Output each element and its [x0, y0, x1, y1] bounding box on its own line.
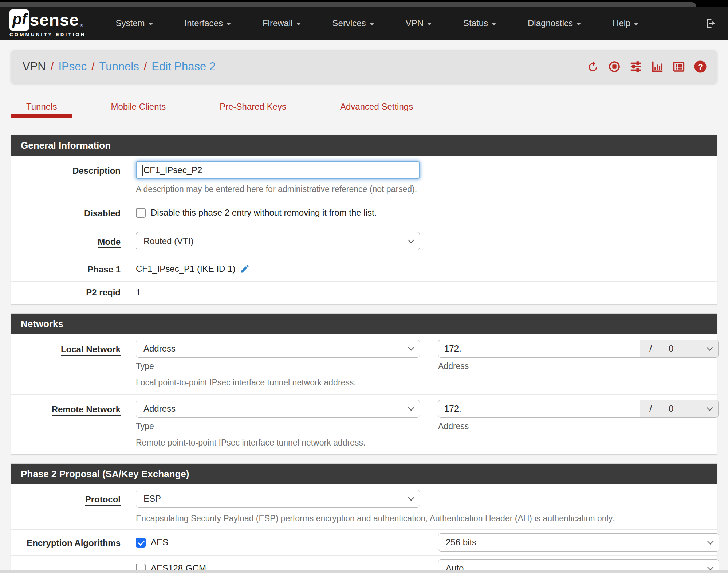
nav-item-help[interactable]: Help	[613, 18, 639, 28]
local-network-label: Local Network	[11, 340, 131, 389]
chevron-down-icon	[408, 495, 414, 501]
mode-label: Mode	[11, 232, 131, 250]
panel-title: General Information	[11, 135, 717, 156]
panel-general-information: General Information Description CF1_IPse…	[11, 135, 717, 305]
description-label: Description	[11, 161, 131, 194]
panel-title: Phase 2 Proposal (SA/Key Exchange)	[11, 464, 717, 484]
nav-item-diagnostics[interactable]: Diagnostics	[528, 18, 581, 28]
description-help: A description may be entered here for ad…	[136, 184, 707, 194]
disabled-checkbox-label: Disable this phase 2 entry without remov…	[151, 208, 377, 218]
text-cursor	[142, 165, 143, 176]
chevron-down-icon	[707, 405, 713, 411]
remote-network-type-select[interactable]: Address	[136, 400, 420, 418]
local-mask-select[interactable]: 0	[661, 340, 719, 358]
protocol-help: Encapsulating Security Payload (ESP) per…	[136, 514, 707, 524]
protocol-select[interactable]: ESP	[136, 490, 420, 508]
chevron-down-icon	[226, 23, 231, 25]
log-icon[interactable]	[672, 60, 685, 73]
top-navbar: pf sense ® COMMUNITY EDITION System Inte…	[0, 7, 728, 40]
panel-phase2-proposal: Phase 2 Proposal (SA/Key Exchange) Proto…	[11, 463, 717, 573]
description-input[interactable]: CF1_IPsec_P2	[136, 161, 420, 179]
pfsense-logo[interactable]: pf sense ® COMMUNITY EDITION	[9, 9, 86, 37]
panel-networks: Networks Local Network Address Type 172.…	[11, 313, 717, 455]
chevron-down-icon	[148, 23, 153, 25]
encryption-algorithms-label: Encryption Algorithms	[11, 533, 131, 552]
chevron-down-icon	[634, 23, 639, 25]
edit-pencil-icon[interactable]	[240, 264, 250, 274]
chevron-down-icon	[576, 23, 581, 25]
tab-tunnels[interactable]: Tunnels	[11, 102, 72, 118]
section-tabs: Tunnels Mobile Clients Pre-Shared Keys A…	[11, 102, 717, 118]
chevron-down-icon	[369, 23, 374, 25]
phase1-label: Phase 1	[11, 264, 131, 275]
mode-select[interactable]: Routed (VTI)	[136, 232, 420, 250]
sign-out-icon[interactable]	[705, 17, 717, 30]
remote-network-help: Remote point-to-point IPsec interface tu…	[136, 438, 719, 449]
nav-item-firewall[interactable]: Firewall	[263, 18, 301, 28]
chevron-down-icon	[296, 23, 301, 25]
remote-address-caption: Address	[438, 421, 719, 431]
help-icon[interactable]: ?	[694, 60, 707, 73]
aes-checkbox-label: AES	[151, 537, 168, 548]
page-action-icons: ?	[586, 60, 707, 73]
stop-service-icon[interactable]	[608, 60, 621, 73]
logo-registered-mark: ®	[80, 23, 83, 28]
breadcrumb: VPN / IPsec / Tunnels / Edit Phase 2	[23, 60, 216, 73]
nav-item-status[interactable]: Status	[463, 18, 496, 28]
nav-item-services[interactable]: Services	[332, 18, 374, 28]
local-address-caption: Address	[438, 361, 719, 371]
local-address-input[interactable]: 172.	[438, 340, 640, 358]
svg-text:?: ?	[698, 62, 703, 71]
active-tab-underline	[11, 114, 72, 118]
nav-item-vpn[interactable]: VPN	[406, 18, 432, 28]
disabled-label: Disabled	[11, 208, 131, 219]
breadcrumb-ipsec-link[interactable]: IPsec	[58, 60, 87, 73]
protocol-label: Protocol	[11, 490, 131, 524]
nav-menu: System Interfaces Firewall Services VPN …	[116, 18, 639, 28]
breadcrumb-edit-phase2-link[interactable]: Edit Phase 2	[151, 60, 216, 73]
aes-bits-select[interactable]: 256 bits	[438, 533, 719, 552]
chevron-down-icon	[408, 345, 414, 351]
disabled-checkbox[interactable]	[136, 208, 146, 218]
breadcrumb-tunnels-link[interactable]: Tunnels	[99, 60, 139, 73]
window-bottom-strip	[0, 570, 728, 573]
logo-subtitle: COMMUNITY EDITION	[9, 32, 86, 37]
remote-address-input[interactable]: 172.	[438, 400, 640, 418]
local-type-caption: Type	[136, 361, 420, 371]
nav-item-system[interactable]: System	[116, 18, 153, 28]
chevron-down-icon	[707, 345, 713, 351]
refresh-icon[interactable]	[586, 60, 599, 73]
address-slash-addon: /	[640, 400, 661, 418]
remote-network-label: Remote Network	[11, 400, 131, 449]
chevron-down-icon	[707, 538, 713, 545]
tab-pre-shared-keys[interactable]: Pre-Shared Keys	[204, 102, 302, 118]
tab-advanced-settings[interactable]: Advanced Settings	[325, 102, 428, 118]
local-network-help: Local point-to-point IPsec interface tun…	[136, 378, 719, 389]
local-network-type-select[interactable]: Address	[136, 340, 420, 358]
related-settings-icon[interactable]	[629, 60, 642, 73]
p2reqid-label: P2 reqid	[11, 287, 131, 298]
status-chart-icon[interactable]	[651, 60, 664, 73]
panel-title: Networks	[11, 314, 717, 334]
p2reqid-value: 1	[131, 287, 717, 298]
chevron-down-icon	[491, 23, 496, 25]
address-slash-addon: /	[640, 340, 661, 358]
chevron-down-icon	[408, 237, 414, 243]
breadcrumb-vpn: VPN	[23, 60, 46, 73]
nav-item-interfaces[interactable]: Interfaces	[185, 18, 231, 28]
chevron-down-icon	[408, 405, 414, 411]
chevron-down-icon	[427, 23, 432, 25]
logo-pf-mark: pf	[9, 9, 29, 31]
breadcrumb-panel: VPN / IPsec / Tunnels / Edit Phase 2	[11, 50, 717, 83]
window-top-strip	[0, 0, 728, 7]
logo-sense-text: sense	[30, 10, 79, 30]
remote-type-caption: Type	[136, 421, 420, 431]
tab-mobile-clients[interactable]: Mobile Clients	[96, 102, 181, 118]
phase1-value: CF1_IPsec_P1 (IKE ID 1)	[136, 264, 235, 274]
aes-checkbox[interactable]	[136, 538, 146, 548]
remote-mask-select[interactable]: 0	[661, 400, 719, 418]
